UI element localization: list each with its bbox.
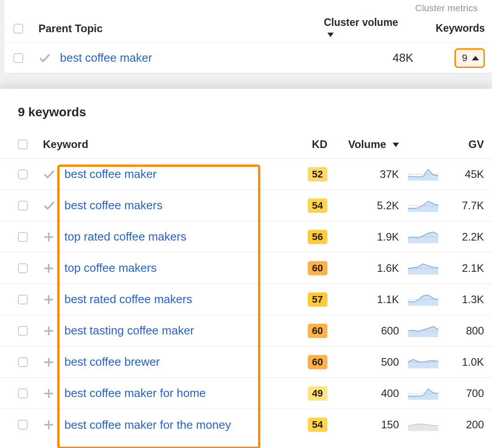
kd-badge: 56 (308, 230, 327, 244)
keyword-volume: 5.2K (377, 199, 399, 212)
parent-topic-link[interactable]: best coffee maker (60, 51, 152, 64)
keyword-gv: 700 (466, 387, 484, 400)
col-parent-topic[interactable]: Parent Topic (38, 22, 324, 35)
select-all-keywords-checkbox[interactable] (18, 139, 28, 149)
keyword-link[interactable]: best tasting coffee maker (64, 324, 292, 338)
parent-cluster-volume: 48K (393, 51, 413, 65)
keyword-row: top rated coffee makers561.9K 2.2K (0, 221, 492, 253)
keyword-gv: 7.7K (462, 199, 484, 212)
keywords-count-toggle[interactable]: 9 (454, 48, 485, 68)
sort-caret-down-icon (327, 33, 334, 37)
keywords-panel-title: 9 keywords (0, 89, 492, 130)
keyword-row-checkbox[interactable] (18, 389, 28, 398)
col-volume[interactable]: Volume (348, 138, 399, 151)
keyword-row-checkbox[interactable] (18, 232, 28, 242)
kd-badge: 60 (308, 355, 327, 369)
plus-icon[interactable] (43, 294, 64, 305)
keyword-link[interactable]: best coffee makers (64, 199, 292, 212)
cluster-panel: Cluster metrics Parent Topic Cluster vol… (4, 0, 492, 73)
plus-icon[interactable] (43, 231, 64, 243)
check-icon (43, 199, 64, 212)
keyword-link[interactable]: top rated coffee makers (64, 230, 292, 244)
keyword-link[interactable]: best rated coffee makers (64, 292, 292, 306)
keyword-link[interactable]: best coffee maker (64, 167, 292, 181)
keyword-gv: 200 (466, 418, 484, 431)
keyword-row-checkbox[interactable] (18, 295, 28, 304)
keyword-row: top coffee makers601.6K 2.1K (0, 253, 492, 284)
col-kd[interactable]: KD (312, 138, 327, 151)
keyword-volume: 1.9K (377, 231, 399, 243)
cluster-metrics-text: Cluster metrics (415, 3, 478, 13)
keyword-volume: 37K (380, 168, 399, 181)
keyword-link[interactable]: top coffee makers (64, 261, 292, 275)
keyword-volume: 600 (381, 325, 399, 337)
trend-sparkline (407, 167, 439, 182)
kd-badge: 54 (308, 418, 327, 432)
parent-header-row: Parent Topic Cluster volume Keywords (4, 14, 492, 43)
keyword-gv: 45K (465, 168, 484, 181)
keyword-link[interactable]: best coffee maker for home (64, 386, 292, 400)
keyword-row-checkbox[interactable] (18, 326, 28, 336)
trend-sparkline (407, 199, 439, 213)
keyword-link[interactable]: best coffee maker for the money (64, 418, 292, 432)
trend-sparkline (407, 355, 439, 369)
keyword-row-checkbox[interactable] (18, 169, 28, 179)
kd-badge: 52 (308, 167, 327, 182)
keyword-volume: 150 (381, 418, 399, 431)
col-gv[interactable]: GV (468, 138, 484, 151)
parent-topic-row: best coffee maker 48K 9 (4, 43, 492, 73)
keyword-row: best coffee maker for the money54150 200 (0, 409, 492, 440)
select-all-parent-checkbox[interactable] (13, 24, 23, 34)
col-keyword[interactable]: Keyword (43, 138, 283, 151)
keyword-row-checkbox[interactable] (18, 201, 28, 211)
caret-up-icon (472, 56, 479, 60)
plus-icon[interactable] (43, 419, 64, 431)
keyword-row: best rated coffee makers571.1K 1.3K (0, 284, 492, 315)
keyword-row: best coffee makers545.2K 7.7K (0, 190, 492, 221)
keyword-gv: 2.1K (462, 262, 484, 275)
kd-badge: 60 (308, 261, 327, 275)
keyword-link[interactable]: best coffee brewer (64, 355, 292, 369)
keyword-row-checkbox[interactable] (18, 357, 28, 367)
check-icon (43, 168, 64, 181)
keyword-row-checkbox[interactable] (18, 263, 28, 273)
trend-sparkline (407, 261, 439, 275)
trend-sparkline (407, 292, 439, 307)
check-icon (38, 52, 60, 64)
keyword-volume: 400 (381, 387, 399, 400)
keyword-volume: 500 (381, 356, 399, 368)
kd-badge: 57 (308, 292, 327, 307)
sort-caret-down-icon (393, 143, 399, 147)
plus-icon[interactable] (43, 356, 64, 368)
plus-icon[interactable] (43, 325, 64, 337)
col-volume-text: Volume (348, 138, 386, 150)
keywords-header-row: Keyword KD Volume GV (0, 130, 492, 159)
kd-badge: 60 (308, 324, 327, 338)
kd-badge: 54 (308, 199, 327, 213)
keyword-gv: 2.2K (462, 231, 484, 243)
keyword-volume: 1.6K (377, 262, 399, 275)
cluster-metrics-label: Cluster metrics (4, 0, 492, 14)
keyword-row: best coffee maker5237K 45K (0, 159, 492, 190)
keyword-row: best tasting coffee maker60600 800 (0, 315, 492, 347)
keywords-expanded-panel: 9 keywords Keyword KD Volume GV best cof… (0, 89, 492, 448)
trend-sparkline (407, 386, 439, 401)
col-cluster-volume[interactable]: Cluster volume (324, 17, 404, 41)
keyword-rows: best coffee maker5237K 45Kbest coffee ma… (0, 159, 492, 440)
keyword-gv: 1.0K (462, 356, 484, 368)
keywords-count: 9 (462, 52, 467, 64)
col-keywords[interactable]: Keywords (436, 22, 485, 34)
trend-sparkline (407, 324, 439, 338)
plus-icon[interactable] (43, 262, 64, 274)
plus-icon[interactable] (43, 388, 64, 399)
kd-badge: 49 (308, 386, 327, 401)
keyword-row: best coffee maker for home49400 700 (0, 378, 492, 409)
keyword-gv: 1.3K (462, 293, 484, 306)
trend-sparkline (407, 418, 439, 432)
keyword-row-checkbox[interactable] (18, 420, 28, 430)
keyword-row: best coffee brewer60500 1.0K (0, 347, 492, 378)
keyword-gv: 800 (466, 325, 484, 337)
col-cluster-volume-text: Cluster volume (324, 17, 398, 28)
parent-row-checkbox[interactable] (13, 53, 23, 63)
parent-topic-link-wrap: best coffee maker (60, 51, 333, 65)
